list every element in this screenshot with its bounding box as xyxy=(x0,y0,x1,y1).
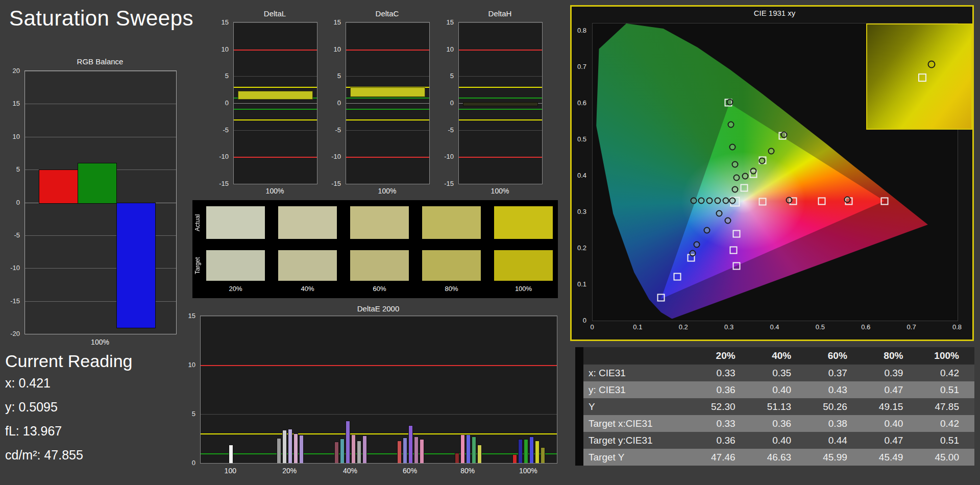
target-square xyxy=(758,198,766,205)
rgb-y-axis: 20151050-5-10-15-20 xyxy=(4,70,22,333)
y-tick-label: 10 xyxy=(447,45,454,53)
reference-line xyxy=(234,109,317,110)
swatch-actual-100pct xyxy=(494,206,553,239)
gridline xyxy=(25,71,176,71)
swatch-actual-80pct xyxy=(422,206,481,239)
delta-c-y-axis: 151050-5-10-15 xyxy=(325,22,344,183)
swatch-percent-label: 80% xyxy=(422,285,481,293)
x-tick-label: 0.7 xyxy=(907,323,916,331)
swatch-percent-label: 40% xyxy=(278,285,337,293)
deltae-bar xyxy=(288,429,292,463)
reference-line xyxy=(459,87,542,88)
measured-circle xyxy=(780,131,787,138)
deltae-bar xyxy=(477,445,482,463)
table-cell: 0.39 xyxy=(863,368,919,379)
row-label: x: CIE31 xyxy=(583,368,695,379)
measured-circle xyxy=(689,250,696,257)
gridline xyxy=(234,103,317,104)
swatch-percent-label: 60% xyxy=(350,285,409,293)
gridline xyxy=(234,76,317,77)
column-header: 20% xyxy=(695,350,751,361)
swatch-actual-40pct xyxy=(278,206,337,239)
reference-line xyxy=(201,453,557,454)
y-tick-label: 0 xyxy=(583,317,586,324)
table-row: y: CIE310.360.400.430.470.51 xyxy=(575,381,974,398)
deltae-bar xyxy=(414,436,419,463)
delta-measure-bar xyxy=(463,102,538,106)
swatch-percent-label: 20% xyxy=(206,285,265,293)
table-cell: 46.63 xyxy=(751,452,807,463)
row-strip xyxy=(575,449,583,466)
delta-h-plot-area xyxy=(458,22,543,184)
target-square xyxy=(818,197,825,205)
delta-l-title: DeltaL xyxy=(233,9,316,18)
reference-line xyxy=(346,98,429,99)
deltae-bar xyxy=(455,453,459,463)
delta-e-x-axis: 10020%40%60%80%100% xyxy=(200,467,556,477)
x-tick-label: 0.8 xyxy=(952,323,962,331)
measured-circle xyxy=(693,241,700,248)
delta-l-x-axis-label: 100% xyxy=(233,187,316,195)
deltae-bar xyxy=(403,438,407,463)
table-cell: 0.35 xyxy=(751,368,807,379)
table-row: Target y:CIE310.360.400.440.470.51 xyxy=(575,432,974,449)
reference-line xyxy=(234,157,317,158)
x-tick-label: 0.2 xyxy=(679,323,688,331)
target-square xyxy=(733,262,741,270)
delta-h-title: DeltaH xyxy=(458,9,542,18)
measured-circle xyxy=(729,144,736,151)
deltae-bar xyxy=(524,439,528,463)
gridline xyxy=(234,22,317,23)
table-row: x: CIE310.330.350.370.390.42 xyxy=(575,365,974,381)
target-row-label: Target xyxy=(194,250,203,281)
reference-line xyxy=(346,119,429,120)
measured-circle xyxy=(716,210,722,216)
measured-circle xyxy=(727,122,734,128)
reference-line xyxy=(459,50,542,51)
deltae-bar xyxy=(293,433,298,463)
y-tick-label: 5 xyxy=(192,410,195,418)
inset-measured-circle xyxy=(928,60,936,68)
y-tick-label: 0.8 xyxy=(577,27,586,34)
measured-circle xyxy=(698,198,704,204)
row-strip xyxy=(575,381,583,398)
table-body: x: CIE310.330.350.370.390.42y: CIE310.36… xyxy=(575,365,974,466)
gridline xyxy=(346,103,429,104)
rgb-bar-green xyxy=(78,163,117,203)
table-row: Target Y47.4646.6345.9945.4945.00 xyxy=(575,449,974,466)
y-tick-label: 0 xyxy=(192,459,195,467)
deltae-bar xyxy=(472,436,476,463)
y-tick-label: 0 xyxy=(225,99,229,107)
y-tick-label: 10 xyxy=(188,361,195,369)
y-tick-label: 15 xyxy=(447,18,454,26)
measured-circle xyxy=(714,198,721,204)
reference-line xyxy=(234,50,317,51)
y-tick-label: 15 xyxy=(222,18,229,26)
deltae-bar xyxy=(420,439,424,463)
swatch-target-60pct xyxy=(350,250,409,281)
swatch-target-40pct xyxy=(278,250,337,281)
table-cell: 0.42 xyxy=(918,418,974,429)
gridline xyxy=(459,76,542,77)
reading-line: y: 0.5095 xyxy=(5,400,83,424)
measured-circle xyxy=(724,217,731,224)
actual-row-label: Actual xyxy=(194,206,203,239)
table-cell: 51.13 xyxy=(751,401,807,413)
x-group-label: 60% xyxy=(403,467,417,475)
row-label: Y xyxy=(583,401,695,413)
table-cell: 0.40 xyxy=(751,435,807,446)
deltae-bar xyxy=(466,434,471,463)
x-tick-label: 0.6 xyxy=(861,323,870,331)
deltae-bar xyxy=(346,421,350,463)
swatch-target-100pct xyxy=(494,250,553,281)
deltae-bar xyxy=(397,441,402,463)
row-strip xyxy=(575,365,583,381)
inset-target-square xyxy=(918,74,926,82)
measured-circle xyxy=(758,158,765,164)
table-cell: 49.15 xyxy=(863,401,919,413)
row-strip xyxy=(575,415,583,432)
delta-e-2000-chart: DeltaE 2000 151050 10020%40%60%80%100% xyxy=(180,304,560,480)
x-group-label: 100% xyxy=(519,467,537,475)
table-cell: 0.36 xyxy=(695,384,751,396)
target-square xyxy=(740,184,748,192)
